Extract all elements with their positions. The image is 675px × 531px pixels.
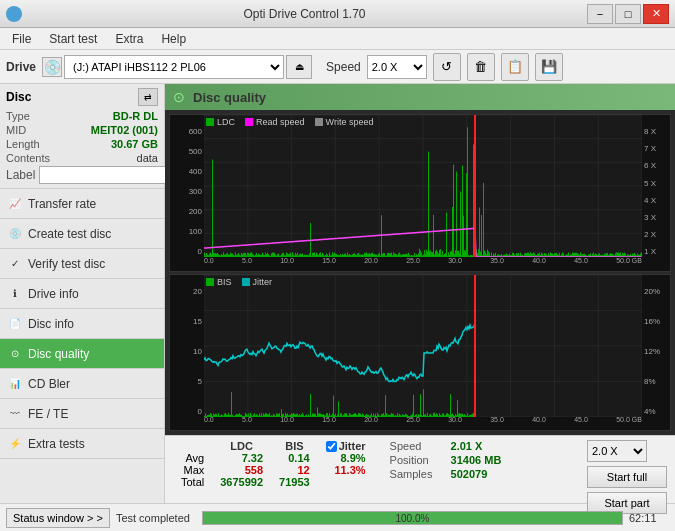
y-0: 0 [170,247,202,256]
top-chart: LDC Read speed Write speed 600 500 [169,114,671,272]
nav-disc-quality[interactable]: ⊙ Disc quality [0,339,164,369]
disc-panel: Disc ⇄ Type BD-R DL MID MEIT02 (001) Len… [0,84,164,189]
bottom-chart-legend: BIS Jitter [206,277,272,287]
disc-mid-val: MEIT02 (001) [91,124,158,136]
label-input[interactable] [39,166,179,184]
nav-transfer-rate-label: Transfer rate [28,197,96,211]
disc-quality-header-icon: ⊙ [173,89,185,105]
nav-disc-info[interactable]: 📄 Disc info [0,309,164,339]
jitter-checkbox[interactable] [326,441,337,452]
bottom-chart-y-right: 20% 16% 12% 8% 4% [642,287,670,417]
status-bar: Status window > > Test completed 100.0% … [0,503,675,531]
nav-drive-info[interactable]: ℹ Drive info [0,279,164,309]
extra-tests-icon: ⚡ [8,437,22,451]
start-full-button[interactable]: Start full [587,466,667,488]
bottom-chart: BIS Jitter 20 15 10 5 0 [169,274,671,432]
stats-avg-row: Avg 7.32 0.14 8.9% [173,452,374,464]
app-title: Opti Drive Control 1.70 [22,7,587,21]
drive-icon: 💿 [42,57,62,77]
menu-start-test[interactable]: Start test [41,30,105,48]
nav-create-test-disc[interactable]: 💿 Create test disc [0,219,164,249]
stats-avg-ldc: 7.32 [212,452,271,464]
by-15: 15 [170,317,202,326]
bottom-chart-y-left: 20 15 10 5 0 [170,287,204,417]
stats-max-label: Max [173,464,212,476]
stats-max-row: Max 558 12 11.3% [173,464,374,476]
menu-file[interactable]: File [4,30,39,48]
drive-select[interactable]: (J:) ATAPI iHBS112 2 PL06 [64,55,284,79]
nav-create-test-disc-label: Create test disc [28,227,111,241]
stats-max-bis: 12 [271,464,318,476]
eject-button[interactable]: ⏏ [286,55,312,79]
title-bar: Opti Drive Control 1.70 − □ ✕ [0,0,675,28]
disc-type-key: Type [6,110,30,122]
yr-6x: 6 X [644,161,670,170]
bottom-chart-canvas [204,275,642,417]
progress-bar: 100.0% [202,511,623,525]
stats-avg-label: Avg [173,452,212,464]
create-test-disc-icon: 💿 [8,227,22,241]
speed-apply-button[interactable]: ↺ [433,53,461,81]
position-val: 31406 MB [451,454,502,466]
by-0: 0 [170,407,202,416]
samples-row: Samples 502079 [390,468,502,480]
disc-mid-key: MID [6,124,26,136]
status-window-button[interactable]: Status window > > [6,508,110,528]
by-20: 20 [170,287,202,296]
maximize-button[interactable]: □ [615,4,641,24]
nav-cd-bler[interactable]: 📊 CD Bler [0,369,164,399]
nav-transfer-rate[interactable]: 📈 Transfer rate [0,189,164,219]
menu-extra[interactable]: Extra [107,30,151,48]
title-bar-left [6,6,22,22]
byr-12p: 12% [644,347,670,356]
disc-type-val: BD-R DL [113,110,158,122]
nav-verify-test-disc[interactable]: ✓ Verify test disc [0,249,164,279]
samples-key: Samples [390,468,445,480]
close-button[interactable]: ✕ [643,4,669,24]
speed-select[interactable]: 2.0 X 1.0 X 4.0 X [367,55,427,79]
y-200: 200 [170,207,202,216]
main-layout: Disc ⇄ Type BD-R DL MID MEIT02 (001) Len… [0,84,675,503]
disc-panel-header: Disc ⇄ [6,88,158,106]
disc-erase-button[interactable]: 🗑 [467,53,495,81]
disc-quality-icon: ⊙ [8,347,22,361]
stats-max-ldc: 558 [212,464,271,476]
yr-7x: 7 X [644,144,670,153]
stats-bar: LDC BIS Jitter Avg [165,435,675,503]
charts-container: LDC Read speed Write speed 600 500 [165,110,675,435]
stats-ldc-header: LDC [212,440,271,452]
disc-copy-button[interactable]: 📋 [501,53,529,81]
disc-label: Disc [6,90,31,104]
by-10: 10 [170,347,202,356]
nav-extra-tests[interactable]: ⚡ Extra tests [0,429,164,459]
yr-1x: 1 X [644,247,670,256]
top-chart-y-right: 8 X 7 X 6 X 5 X 4 X 3 X 2 X 1 X [642,127,670,257]
disc-refresh-button[interactable]: ⇄ [138,88,158,106]
speed-select-right[interactable]: 2.0 X 1.0 X [587,440,647,462]
byr-4p: 4% [644,407,670,416]
save-button[interactable]: 💾 [535,53,563,81]
stats-total-bis: 71953 [271,476,318,488]
yr-2x: 2 X [644,230,670,239]
write-speed-color [315,118,323,126]
nav-fe-te[interactable]: 〰 FE / TE [0,399,164,429]
disc-type-row: Type BD-R DL [6,110,158,122]
sidebar: Disc ⇄ Type BD-R DL MID MEIT02 (001) Len… [0,84,165,503]
status-text: Test completed [116,512,190,524]
yr-3x: 3 X [644,213,670,222]
nav-verify-test-disc-label: Verify test disc [28,257,105,271]
right-controls: 2.0 X 1.0 X Start full Start part [587,440,667,514]
menu-help[interactable]: Help [153,30,194,48]
stats-total-label: Total [173,476,212,488]
title-bar-controls: − □ ✕ [587,4,669,24]
position-row: Position 31406 MB [390,454,502,466]
drive-label: Drive [6,60,36,74]
minimize-button[interactable]: − [587,4,613,24]
speed-val: 2.01 X [451,440,483,452]
disc-info-icon: 📄 [8,317,22,331]
legend-bis: BIS [206,277,232,287]
jitter-color [242,278,250,286]
y-500: 500 [170,147,202,156]
nav-disc-quality-label: Disc quality [28,347,89,361]
y-600: 600 [170,127,202,136]
